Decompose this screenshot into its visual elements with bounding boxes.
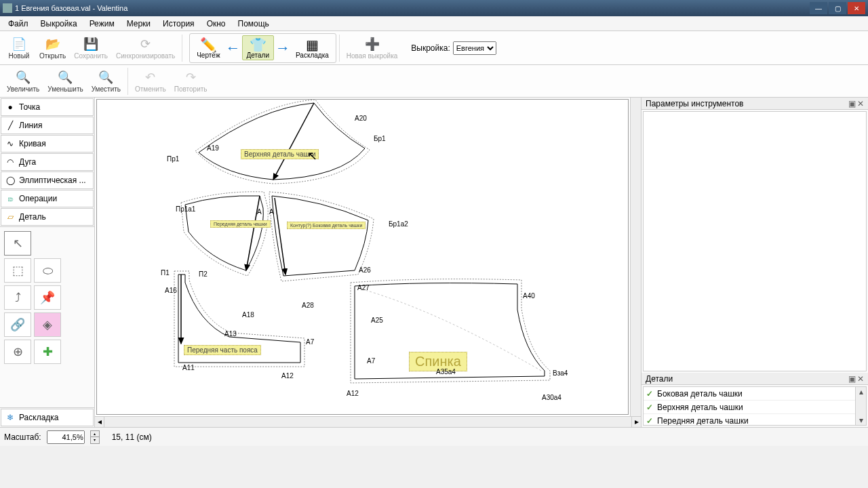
- vertical-scrollbar[interactable]: [630, 98, 641, 416]
- menu-history[interactable]: История: [157, 18, 200, 30]
- mode-layout[interactable]: ▦ Раскладка: [292, 36, 333, 60]
- detail-item[interactable]: ✓Передняя деталь чашки: [644, 414, 866, 426]
- tool-curve[interactable]: ∿Кривая: [1, 135, 94, 152]
- new-button[interactable]: 📄 Новый: [3, 33, 35, 64]
- undock-icon[interactable]: ▣: [848, 99, 856, 108]
- new-pattern-button[interactable]: ➕ Новая выкройка: [342, 33, 401, 64]
- cursor-tool[interactable]: ↖: [4, 231, 31, 256]
- menu-file[interactable]: Файл: [3, 18, 34, 30]
- horizontal-scrollbar[interactable]: ◂ ▸: [95, 416, 641, 427]
- pencil-icon: ✏️: [200, 37, 217, 52]
- pt-A: A: [257, 208, 262, 216]
- svg-line-1: [246, 196, 260, 270]
- maximize-button[interactable]: ▢: [829, 2, 846, 14]
- ellipse-icon: ◯: [5, 176, 15, 185]
- pt-A18: A18: [242, 311, 254, 319]
- tool-detail[interactable]: ▱Деталь: [1, 208, 94, 226]
- menu-window[interactable]: Окно: [201, 18, 231, 30]
- open-button[interactable]: 📂 Открыть: [35, 33, 70, 64]
- minimize-button[interactable]: —: [810, 2, 827, 14]
- pt-Br1: Бр1: [374, 135, 386, 142]
- details-scrollbar[interactable]: ▴▾: [855, 387, 866, 425]
- pattern-svg: [97, 100, 619, 415]
- window-title: 1 Евгения базовая.val - Valentina: [15, 4, 808, 12]
- pt-P2: П2: [199, 270, 208, 278]
- pt-A16: A16: [165, 287, 177, 294]
- pt-A7b: A7: [367, 357, 375, 365]
- zoom-in-button[interactable]: 🔍 Увеличить: [3, 66, 43, 97]
- pt-A26: A26: [359, 266, 371, 274]
- tool-line[interactable]: ╱Линия: [1, 117, 94, 134]
- details-list: ✓Боковая деталь чашки ✓Верхняя деталь ча…: [643, 386, 867, 426]
- pt-A12b: A12: [347, 390, 359, 397]
- mode-details[interactable]: 👕 Детали: [242, 35, 274, 60]
- check-icon: ✓: [646, 403, 653, 412]
- params-header: Параметры инструментов ▣✕: [642, 98, 868, 110]
- new-icon: 📄: [12, 37, 26, 52]
- redo-button[interactable]: ↷ Повторить: [170, 66, 212, 97]
- scroll-left-icon[interactable]: ◂: [95, 417, 104, 427]
- scale-spinner[interactable]: ▴▾: [90, 430, 100, 444]
- detail-icon: ▱: [5, 212, 15, 222]
- save-button[interactable]: 💾 Сохранить: [70, 33, 112, 64]
- status-bar: Масштаб: ▴▾ 15, 11 (см): [0, 427, 868, 446]
- tool-panel-bottom: ❄Раскладка: [0, 407, 94, 427]
- operations-icon: ⎄: [5, 194, 15, 203]
- main-toolbar: 📄 Новый 📂 Открыть 💾 Сохранить ⟳ Синхрони…: [0, 31, 868, 65]
- tool-arc[interactable]: ◠Дуга: [1, 153, 94, 171]
- menu-pattern[interactable]: Выкройка: [35, 18, 83, 30]
- close-panel-icon[interactable]: ✕: [857, 374, 864, 384]
- zoom-out-button[interactable]: 🔍 Уменьшить: [43, 66, 87, 97]
- menu-mode[interactable]: Режим: [84, 18, 120, 30]
- undo-button[interactable]: ↶ Отменить: [131, 66, 170, 97]
- pt-A25: A25: [371, 317, 383, 324]
- open-icon: 📂: [45, 37, 60, 52]
- grid-tool-1[interactable]: ⬚: [4, 258, 31, 283]
- canvas-container: Верхняя деталь чашки Передняя деталь чаш…: [95, 98, 641, 427]
- sync-icon: ⟳: [138, 37, 153, 52]
- grid-tool-8[interactable]: ✚: [34, 340, 61, 364]
- menu-measurements[interactable]: Мерки: [121, 18, 156, 30]
- tool-layout-bottom[interactable]: ❄Раскладка: [1, 409, 94, 426]
- scroll-right-icon[interactable]: ▸: [631, 417, 641, 427]
- close-panel-icon[interactable]: ✕: [857, 99, 864, 108]
- menu-help[interactable]: Помощь: [233, 18, 275, 30]
- zoom-fit-button[interactable]: 🔍 Уместить: [87, 66, 125, 97]
- grid-tool-2[interactable]: ⬭: [34, 258, 61, 283]
- pt-Pr1: Пр1: [167, 155, 179, 163]
- pt-A27: A27: [357, 284, 370, 291]
- pt-A12: A12: [281, 372, 294, 380]
- detail-item[interactable]: ✓Боковая деталь чашки: [644, 387, 866, 401]
- pt-P1: П1: [161, 269, 170, 277]
- grid-tool-4[interactable]: 📌: [34, 285, 61, 310]
- label-upper-cup[interactable]: Верхняя деталь чашки: [241, 149, 319, 159]
- tool-panel: ●Точка ╱Линия ∿Кривая ◠Дуга ◯Эллиптическ…: [0, 98, 95, 427]
- tool-operations[interactable]: ⎄Операции: [1, 190, 94, 207]
- detail-item[interactable]: ✓Верхняя деталь чашки: [644, 401, 866, 414]
- pattern-select[interactable]: Евгения: [453, 41, 496, 55]
- grid-tool-7[interactable]: ⊕: [4, 340, 31, 364]
- zoom-fit-icon: 🔍: [98, 70, 113, 85]
- tool-elliptic[interactable]: ◯Эллиптическая ...: [1, 171, 94, 189]
- scale-label: Масштаб:: [4, 432, 41, 442]
- grid-tool-5[interactable]: 🔗: [4, 312, 31, 337]
- pt-A28: А28: [302, 302, 314, 309]
- mode-switcher: ✏️ Чертёж ← 👕 Детали → ▦ Раскладка: [189, 33, 336, 63]
- label-front-cup[interactable]: Передняя деталь чашки: [210, 220, 271, 228]
- grid-tool-6[interactable]: ◈: [34, 312, 61, 337]
- details-icon: 👕: [250, 37, 267, 52]
- pt-A30a4: A30a4: [542, 394, 561, 401]
- zoom-in-icon: 🔍: [16, 70, 31, 85]
- tool-point[interactable]: ●Точка: [1, 98, 94, 116]
- grid-tool-3[interactable]: ⤴: [4, 285, 31, 310]
- mode-draw[interactable]: ✏️ Чертёж: [193, 36, 224, 60]
- undock-icon[interactable]: ▣: [848, 374, 856, 384]
- pt-A13: A13: [224, 330, 237, 338]
- drawing-canvas[interactable]: Верхняя деталь чашки Передняя деталь чаш…: [96, 99, 629, 415]
- sync-button[interactable]: ⟳ Синхронизировать: [112, 33, 179, 64]
- close-button[interactable]: ✕: [848, 2, 865, 14]
- label-side-cup[interactable]: Контур(?) Боковая деталь чашки: [287, 222, 366, 229]
- tool-category-list: ●Точка ╱Линия ∿Кривая ◠Дуга ◯Эллиптическ…: [0, 98, 94, 227]
- label-front-belt[interactable]: Передняя часть пояса: [184, 345, 261, 355]
- scale-input[interactable]: [47, 430, 85, 444]
